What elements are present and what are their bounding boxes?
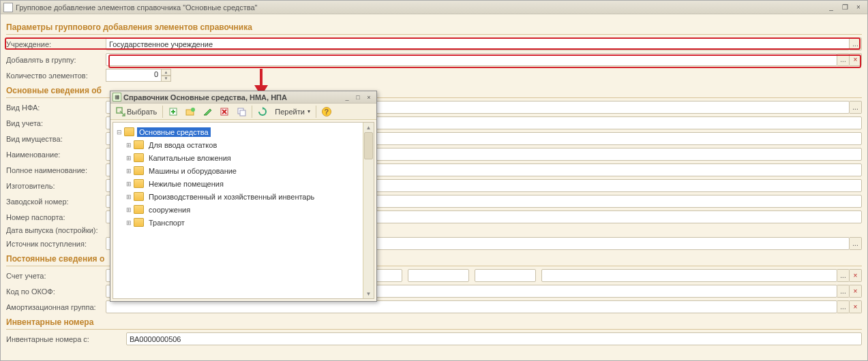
okof-clear-button[interactable]: ×: [850, 285, 862, 298]
scroll-down-icon[interactable]: ▼: [363, 289, 374, 298]
select-icon: [116, 107, 125, 116]
label-amort: Амортизационная группа:: [6, 303, 106, 311]
reference-popup: ▦ Справочник Основные средства, НМА, НПА…: [110, 91, 377, 302]
tree-item-label: Нежилые помещения: [147, 179, 226, 189]
count-value[interactable]: 0: [106, 69, 162, 82]
folder-icon: [134, 140, 144, 149]
tree-item-label: Транспорт: [147, 218, 187, 227]
expand-icon[interactable]: ⊞: [124, 142, 134, 148]
tree-root[interactable]: ⊟ Основные средства: [115, 125, 372, 138]
tree-item-label: Капитальные вложения: [147, 153, 233, 163]
group-field[interactable]: [106, 53, 837, 66]
app-icon: [3, 3, 13, 12]
expand-icon[interactable]: ⊞: [124, 206, 134, 213]
section-inv-numbers: Инвентарные номера: [6, 316, 862, 330]
group-clear-button[interactable]: ×: [850, 53, 862, 66]
label-group: Добавлять в группу:: [6, 56, 106, 64]
label-maker: Изготовитель:: [6, 182, 106, 190]
restore-button[interactable]: ❐: [839, 3, 851, 12]
count-up-button[interactable]: ▲: [162, 69, 171, 76]
institution-select-button[interactable]: ...: [850, 37, 862, 50]
refresh-icon: [258, 107, 267, 116]
close-button[interactable]: ×: [852, 3, 865, 12]
account-sub2[interactable]: [475, 269, 536, 282]
label-source: Источник поступления:: [6, 240, 106, 248]
expand-icon[interactable]: ⊞: [124, 193, 134, 200]
expand-icon[interactable]: ⊞: [124, 219, 134, 226]
account-clear-button[interactable]: ×: [850, 269, 862, 282]
toolbar-select-button[interactable]: Выбрать: [113, 105, 160, 119]
minimize-button[interactable]: _: [825, 3, 837, 12]
tree-item-label: Производственный и хозяйственный инвента…: [147, 192, 316, 202]
tree-item[interactable]: ⊞Машины и оборудование: [115, 164, 372, 177]
account-select-button[interactable]: ...: [837, 269, 850, 282]
group-select-button[interactable]: ...: [837, 53, 850, 66]
tree-item[interactable]: ⊞Нежилые помещения: [115, 177, 372, 190]
amort-clear-button[interactable]: ×: [850, 300, 862, 313]
account-sub1[interactable]: [408, 269, 469, 282]
tree-root-label: Основные средства: [137, 127, 211, 137]
tree-item[interactable]: ⊞Капитальные вложения: [115, 151, 372, 164]
amort-field[interactable]: [106, 300, 837, 313]
label-count: Количество элементов:: [6, 72, 106, 80]
scroll-thumb[interactable]: [364, 132, 373, 159]
toolbar-add-button[interactable]: [165, 105, 181, 119]
toolbar-edit-button[interactable]: [199, 105, 215, 119]
folder-icon: [134, 179, 144, 188]
copy-icon: [237, 107, 246, 116]
folder-icon: [124, 127, 134, 136]
toolbar-refresh-button[interactable]: [254, 105, 271, 119]
tree-item[interactable]: ⊞сооружения: [115, 203, 372, 216]
scroll-up-icon[interactable]: ▲: [363, 123, 374, 132]
popup-tree[interactable]: ⊟ Основные средства ⊞Для ввода остатков⊞…: [113, 122, 374, 299]
toolbar-help-button[interactable]: ?: [318, 105, 335, 119]
tree-scrollbar[interactable]: ▲ ▼: [363, 123, 374, 298]
main-window: Групповое добавление элементов справочни…: [0, 0, 868, 361]
count-down-button[interactable]: ▼: [162, 76, 171, 82]
label-fullname: Полное наименование:: [6, 166, 106, 174]
label-institution: Учреждение:: [6, 40, 106, 48]
folder-icon: [134, 192, 144, 201]
edit-icon: [203, 107, 212, 116]
toolbar-go-button[interactable]: Перейти▾: [271, 105, 314, 119]
add-icon: [168, 107, 178, 116]
tree-item-label: Для ввода остатков: [147, 140, 219, 150]
expand-icon[interactable]: ⊞: [124, 180, 134, 187]
addgroup-icon: [185, 107, 195, 116]
folder-icon: [134, 153, 144, 162]
delete-icon: [220, 107, 229, 116]
tree-item[interactable]: ⊞Производственный и хозяйственный инвент…: [115, 190, 372, 203]
institution-field[interactable]: Государственное учреждение: [106, 37, 850, 50]
label-nfa: Вид НФА:: [6, 104, 106, 112]
toolbar-copy-button[interactable]: [233, 105, 250, 119]
account-sub3[interactable]: [541, 269, 838, 282]
label-okof: Код по ОКОФ:: [6, 287, 106, 296]
label-name: Наименование:: [6, 151, 106, 159]
tree-item-label: Машины и оборудование: [147, 166, 239, 176]
expand-icon[interactable]: ⊟: [115, 129, 124, 136]
label-date: Дата выпуска (постройки):: [6, 226, 106, 234]
expand-icon[interactable]: ⊞: [124, 155, 134, 161]
label-acct: Вид учета:: [6, 119, 106, 127]
amort-select-button[interactable]: ...: [837, 300, 850, 313]
popup-close-button[interactable]: ×: [363, 93, 374, 102]
okof-select-button[interactable]: ...: [837, 285, 850, 298]
tree-item[interactable]: ⊞Транспорт: [115, 216, 372, 229]
popup-icon: ▦: [113, 93, 121, 101]
popup-titlebar: ▦ Справочник Основные средства, НМА, НПА…: [110, 91, 376, 104]
popup-maximize-button[interactable]: □: [353, 93, 363, 102]
folder-icon: [134, 218, 144, 227]
toolbar-addgroup-button[interactable]: [182, 105, 198, 119]
popup-minimize-button[interactable]: _: [342, 93, 353, 102]
label-account: Счет учета:: [6, 272, 106, 280]
inv-from-value: ВА0000000506: [130, 335, 181, 343]
toolbar-delete-button[interactable]: [216, 105, 233, 119]
window-title: Групповое добавление элементов справочни…: [16, 3, 824, 12]
source-select-button[interactable]: ...: [850, 237, 862, 250]
nfa-select-button[interactable]: ...: [850, 101, 862, 114]
popup-toolbar: Выбрать Перейти▾ ?: [110, 104, 376, 120]
tree-item[interactable]: ⊞Для ввода остатков: [115, 138, 372, 151]
expand-icon[interactable]: ⊞: [124, 168, 134, 174]
inv-from-field[interactable]: ВА0000000506: [126, 332, 862, 345]
count-spinner[interactable]: 0 ▲ ▼: [106, 69, 171, 82]
